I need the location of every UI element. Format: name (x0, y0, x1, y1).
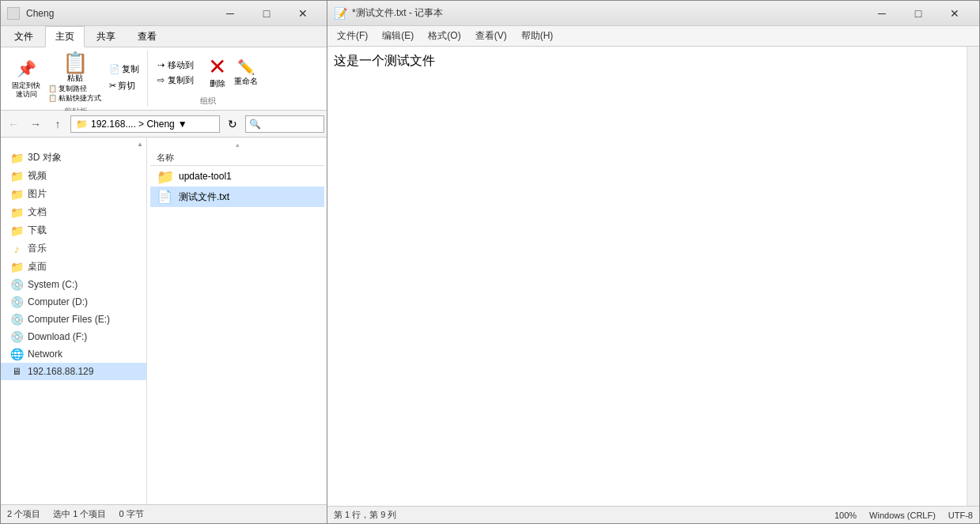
sidebar-item-desktop[interactable]: 📁 桌面 (1, 258, 146, 276)
sidebar-item-3d[interactable]: 📁 3D 对象 (1, 149, 146, 167)
rename-icon: ✏️ (237, 58, 255, 76)
move-to-icon: ⇢ (157, 60, 165, 70)
ribbon-group-organize: ⇢ 移动到 ⇨ 复制到 ✕ 删除 (149, 51, 266, 107)
sidebar-item-e-drive[interactable]: 💿 Computer Files (E:) (1, 311, 146, 328)
sidebar-item-label: 文档 (28, 205, 47, 219)
notepad-content[interactable]: 这是一个测试文件 (327, 47, 967, 506)
file-list-header[interactable]: 名称 (150, 150, 324, 166)
paste-shortcut-label: 粘贴快捷方式 (59, 94, 101, 104)
search-icon: 🔍 (249, 119, 261, 130)
menu-edit[interactable]: 编辑(E) (376, 27, 420, 45)
list-scroll-up: ▴ (236, 141, 240, 150)
forward-button[interactable]: → (26, 115, 45, 134)
delete-label: 删除 (210, 78, 225, 89)
notepad-minimize-button[interactable]: ─ (864, 1, 900, 26)
notepad-maximize-button[interactable]: □ (900, 1, 936, 26)
drive-icon: 💿 (10, 278, 23, 291)
folder-icon: 📁 (10, 188, 23, 201)
copy-path-icon: 📋 (48, 85, 57, 94)
tab-share[interactable]: 共享 (86, 26, 126, 47)
txt-file-icon: 📄 (157, 189, 172, 205)
sidebar-item-192[interactable]: 🖥 192.168.88.129 (1, 363, 146, 380)
sidebar: ▲ 📁 3D 对象 📁 视频 📁 图片 📁 文档 📁 下载 (1, 138, 147, 504)
move-to-label: 移动到 (168, 59, 194, 71)
minimize-button[interactable]: ─ (212, 1, 248, 26)
sidebar-item-label: Computer Files (E:) (28, 314, 110, 325)
search-box[interactable]: 🔍 (245, 115, 324, 133)
rename-button[interactable]: ✏️ 重命名 (231, 57, 261, 89)
folder-icon: 📁 (10, 261, 23, 273)
close-button[interactable]: ✕ (285, 1, 321, 26)
menu-file[interactable]: 文件(F) (331, 27, 374, 45)
copy-to-button[interactable]: ⇨ 复制到 (154, 74, 197, 87)
breadcrumb-folder-icon: 📁 (76, 119, 88, 130)
tab-file[interactable]: 文件 (4, 26, 44, 47)
copy-to-label: 复制到 (168, 74, 194, 86)
move-to-button[interactable]: ⇢ 移动到 (154, 58, 197, 72)
notepad-body: 这是一个测试文件 (327, 47, 979, 506)
paste-shortcut-button[interactable]: 📋 粘贴快捷方式 (48, 94, 101, 104)
tab-view[interactable]: 查看 (127, 26, 167, 47)
sidebar-item-pictures[interactable]: 📁 图片 (1, 185, 146, 203)
menu-view[interactable]: 查看(V) (469, 27, 513, 45)
name-column-header: 名称 (157, 152, 174, 164)
cut-icon: ✂ (109, 81, 116, 91)
sidebar-item-video[interactable]: 📁 视频 (1, 167, 146, 185)
drive-icon: 💿 (10, 313, 23, 326)
copy-icon: 📄 (109, 64, 120, 74)
file-item-name: 测试文件.txt (179, 190, 229, 204)
file-list: ▴ 名称 📁 update-tool1 📄 测试文件.txt (147, 138, 327, 504)
address-path[interactable]: 📁 192.168.... > Cheng ▼ (70, 115, 220, 133)
sidebar-item-label: System (C:) (28, 279, 78, 290)
sidebar-item-label: 桌面 (28, 260, 47, 273)
cut-button[interactable]: ✂ 剪切 (106, 78, 142, 93)
explorer-main: ▲ 📁 3D 对象 📁 视频 📁 图片 📁 文档 📁 下载 (1, 138, 327, 504)
address-bar: ← → ↑ 📁 192.168.... > Cheng ▼ ↻ 🔍 (1, 111, 327, 138)
folder-icon: 📁 (10, 224, 23, 237)
refresh-button[interactable]: ↻ (223, 115, 242, 134)
notepad-title: *测试文件.txt - 记事本 (352, 6, 864, 20)
notepad-status-right: 100% Windows (CRLF) UTF-8 (834, 511, 973, 520)
maximize-button[interactable]: □ (248, 1, 285, 26)
paste-button[interactable]: 📋 粘贴 📋 复制路径 📋 粘贴快捷方式 (45, 51, 104, 104)
copy-path-button[interactable]: 📋 复制路径 (48, 85, 101, 94)
pin-to-quickaccess-button[interactable]: 📌 固定到快速访问 (9, 55, 44, 100)
sidebar-item-documents[interactable]: 📁 文档 (1, 203, 146, 221)
copy-button[interactable]: 📄 复制 (106, 62, 142, 77)
notepad-icon: 📝 (334, 7, 347, 20)
notepad-scrollbar[interactable] (967, 47, 979, 506)
file-item-folder[interactable]: 📁 update-tool1 (150, 166, 324, 187)
sidebar-item-label: 下载 (28, 224, 47, 237)
notepad-close-button[interactable]: ✕ (936, 1, 973, 26)
delete-button[interactable]: ✕ 删除 (205, 55, 229, 91)
cursor-position: 第 1 行，第 9 列 (334, 509, 396, 521)
cut-label: 剪切 (118, 80, 135, 92)
sidebar-item-label: Network (28, 349, 62, 360)
back-button[interactable]: ← (4, 115, 23, 134)
network-icon: 🌐 (10, 348, 23, 360)
paste-label: 粘贴 (67, 73, 83, 84)
sidebar-item-label: Download (F:) (28, 331, 87, 342)
delete-icon: ✕ (208, 56, 226, 78)
tab-home[interactable]: 主页 (45, 26, 85, 47)
menu-help[interactable]: 帮助(H) (515, 27, 560, 45)
line-ending: Windows (CRLF) (869, 511, 936, 520)
menu-format[interactable]: 格式(O) (422, 27, 467, 45)
file-item-txt[interactable]: 📄 测试文件.txt (150, 187, 324, 207)
notepad-titlebar: 📝 *测试文件.txt - 记事本 ─ □ ✕ (327, 1, 979, 26)
up-button[interactable]: ↑ (48, 115, 67, 134)
sidebar-item-downloads[interactable]: 📁 下载 (1, 221, 146, 239)
clipboard-buttons: 📌 固定到快速访问 📋 粘贴 📋 复制路径 (9, 51, 142, 104)
computer-icon: 🖥 (10, 365, 23, 378)
sidebar-item-network[interactable]: 🌐 Network (1, 345, 146, 363)
drive-icon: 💿 (10, 330, 23, 343)
notepad-window: 📝 *测试文件.txt - 记事本 ─ □ ✕ 文件(F) 编辑(E) 格式(O… (327, 0, 980, 524)
sidebar-item-c-drive[interactable]: 💿 System (C:) (1, 276, 146, 293)
sidebar-item-label: 3D 对象 (28, 151, 62, 164)
sidebar-item-f-drive[interactable]: 💿 Download (F:) (1, 328, 146, 345)
scroll-up-indicator: ▲ (137, 141, 143, 149)
sidebar-item-d-drive[interactable]: 💿 Computer (D:) (1, 293, 146, 311)
explorer-title: Cheng (26, 8, 209, 19)
sidebar-item-music[interactable]: ♪ 音乐 (1, 239, 146, 258)
copy-path-label: 复制路径 (59, 85, 87, 94)
